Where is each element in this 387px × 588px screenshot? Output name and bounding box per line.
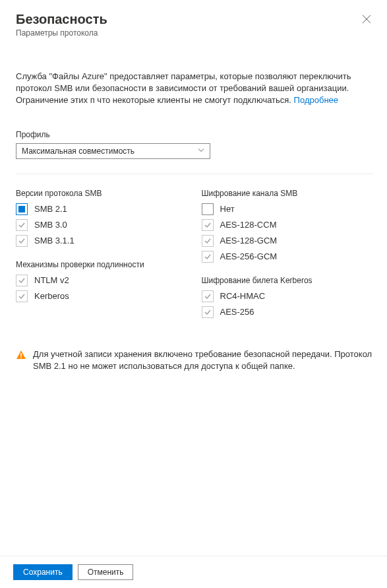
checkbox-label: AES-128-GCM [220, 236, 278, 245]
checkbox-row[interactable]: Нет [202, 203, 374, 215]
checkbox-label: RC4-HMAC [220, 291, 266, 301]
checkbox-icon [16, 219, 28, 231]
checkbox-row[interactable]: SMB 3.0 [16, 219, 189, 231]
checkbox-icon [202, 290, 214, 302]
checkbox-icon [202, 203, 214, 215]
checkbox-row[interactable]: AES-256-GCM [202, 251, 374, 263]
warning-text: Для учетной записи хранения включено тре… [33, 348, 374, 372]
channel-encryption-list: НетAES-128-CCMAES-128-GCMAES-256-GCM [202, 203, 374, 263]
checkbox-icon [16, 235, 28, 247]
smb-versions-label: Версии протокола SMB [16, 189, 189, 198]
checkbox-icon [16, 203, 28, 215]
kerberos-encryption-label: Шифрование билета Kerberos [202, 276, 374, 285]
auth-mechanisms-list: NTLM v2Kerberos [16, 275, 189, 302]
checkbox-icon [202, 235, 214, 247]
profile-select-value: Максимальная совместимость [22, 147, 134, 156]
checkbox-row[interactable]: Kerberos [16, 290, 189, 302]
save-button[interactable]: Сохранить [13, 564, 73, 580]
checkbox-row[interactable]: AES-128-GCM [202, 235, 374, 247]
checkbox-icon [202, 251, 214, 263]
profile-label: Профиль [16, 130, 374, 139]
auth-mechanisms-label: Механизмы проверки подлинности [16, 260, 189, 269]
svg-rect-0 [20, 353, 22, 356]
checkbox-label: Kerberos [34, 291, 69, 301]
checkbox-label: NTLM v2 [34, 275, 69, 285]
smb-versions-list: SMB 2.1SMB 3.0SMB 3.1.1 [16, 203, 189, 247]
checkbox-row[interactable]: AES-256 [202, 306, 374, 318]
checkbox-label: SMB 3.0 [34, 220, 67, 230]
checkbox-row[interactable]: NTLM v2 [16, 275, 189, 286]
cancel-button[interactable]: Отменить [78, 564, 134, 580]
svg-rect-1 [20, 357, 22, 358]
panel-subtitle: Параметры протокола [16, 28, 107, 38]
learn-more-link[interactable]: Подробнее [294, 95, 338, 105]
checkbox-label: AES-256-GCM [220, 251, 278, 261]
channel-encryption-label: Шифрование канала SMB [202, 189, 374, 198]
checkbox-label: SMB 3.1.1 [34, 236, 74, 245]
checkbox-row[interactable]: AES-128-CCM [202, 219, 374, 231]
checkbox-row[interactable]: RC4-HMAC [202, 290, 374, 302]
close-button[interactable] [359, 12, 374, 28]
checkbox-label: AES-256 [220, 307, 254, 317]
checkbox-label: Нет [220, 204, 235, 214]
panel-title: Безопасность [16, 12, 107, 27]
checkbox-icon [16, 275, 28, 286]
close-icon [362, 15, 371, 26]
checkbox-icon [16, 290, 28, 302]
kerberos-encryption-list: RC4-HMACAES-256 [202, 290, 374, 318]
description-text: Служба "Файлы Azure" предоставляет парам… [16, 71, 374, 107]
profile-select[interactable]: Максимальная совместимость [16, 143, 210, 159]
checkbox-label: SMB 2.1 [34, 204, 67, 214]
divider [16, 174, 374, 174]
checkbox-row[interactable]: SMB 3.1.1 [16, 235, 189, 247]
checkbox-icon [202, 219, 214, 231]
checkbox-row[interactable]: SMB 2.1 [16, 203, 189, 215]
checkbox-icon [202, 306, 214, 318]
checkbox-label: AES-128-CCM [220, 220, 277, 230]
warning-icon [16, 350, 26, 362]
